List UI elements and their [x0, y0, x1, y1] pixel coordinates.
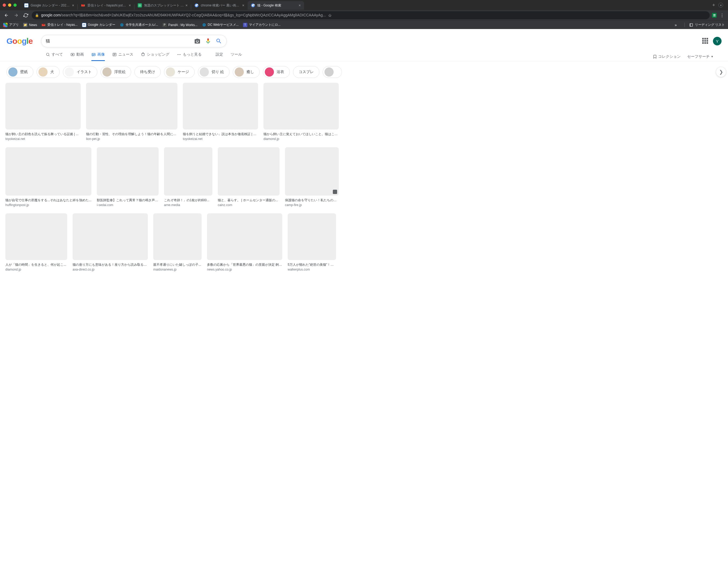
address-bar[interactable]: 🔒 google.com/search?q=猫&tbm=isch&ved=2ah… [32, 11, 710, 19]
result-title: これぞ奇跡！」の1枚が約600... [164, 198, 212, 203]
window-close-button[interactable] [3, 3, 6, 7]
search-bar[interactable] [41, 35, 227, 47]
result-thumbnail [5, 83, 81, 130]
reload-button[interactable] [22, 12, 30, 19]
chip-label: ケージ [178, 70, 189, 74]
lock-icon: 🔒 [35, 13, 39, 17]
bookmark-star-icon[interactable]: ☆ [328, 13, 332, 18]
chips-next-button[interactable]: ❯ [716, 67, 726, 77]
browser-tab[interactable]: 26Google カレンダー - 2021年 3× [21, 1, 77, 10]
refinement-chip[interactable]: 切り 絵 [198, 66, 230, 78]
bookmark-item[interactable]: 🌐DC Webサービスメ... [202, 23, 239, 27]
google-logo[interactable]: Google [6, 37, 33, 46]
image-result[interactable]: 猫の座り方にも意味がある！座り方から読み取る猫... axa-direct.co… [73, 213, 148, 272]
image-result[interactable]: これぞ奇跡！」の1枚が約600... arne.media [164, 147, 212, 207]
chip-image [65, 67, 74, 77]
image-result[interactable]: 猫が飼い主の顔色を読んで振る舞っている証拠 | ... toyokeizai.n… [5, 83, 81, 141]
bookmark-item[interactable]: 26Google カレンダー [82, 23, 115, 27]
tab-title: 猫 - Google 検索 [257, 3, 297, 8]
browser-tab[interactable]: 受信トレイ - hayashi.yutaka.2× [78, 1, 134, 10]
refinement-chip[interactable]: コスプレ [293, 66, 319, 78]
chip-label: 壁紙 [20, 70, 28, 74]
back-button[interactable] [3, 12, 10, 19]
chip-label: 浴衣 [277, 70, 284, 74]
refinement-chip[interactable]: 浮世絵 [101, 66, 131, 78]
refinement-chip[interactable]: 浴衣 [263, 66, 290, 78]
image-result[interactable]: 猫が自宅で仕事の邪魔をする...それはあなたと絆を強めた... huffingt… [5, 147, 91, 207]
tab-close-icon[interactable]: × [129, 3, 131, 7]
tools-link[interactable]: ツール [231, 52, 242, 61]
tab-shopping[interactable]: ショッピング [141, 52, 169, 61]
bookmark-item[interactable]: Tマイアカウントにロ... [243, 23, 281, 27]
tab-close-icon[interactable]: × [299, 3, 301, 7]
tab-close-icon[interactable]: × [185, 3, 188, 7]
tab-all[interactable]: すべて [46, 52, 63, 61]
refinement-chip[interactable]: 壁紙 [6, 66, 33, 78]
chip-image [102, 67, 112, 77]
refinement-chip[interactable]: イラスト [63, 66, 97, 78]
image-result[interactable]: 獣医師監修】これって異常？猫の鳴き声で... i-sedai.com [97, 147, 159, 207]
image-result[interactable]: 5万人が惚れた"絶世の美猫"！壮... walkerplus.com [288, 213, 336, 272]
bookmark-item[interactable]: 📁News [23, 23, 37, 27]
browser-tab[interactable]: 猫 - Google 検索× [248, 1, 304, 10]
collections-link[interactable]: コレクション [653, 54, 681, 59]
reading-list-label: リーディング リスト [695, 23, 725, 27]
safesearch-link[interactable]: セーフサーチ ▼ [687, 54, 713, 59]
microphone-icon[interactable] [205, 38, 211, 44]
refinement-chip[interactable]: ケージ [164, 66, 195, 78]
image-result[interactable]: 保護猫の命を守りたい！私たちの活... camp-fire.jp [285, 147, 339, 207]
tab-title: chrome 検索バー 黒い画面 - G [201, 3, 241, 8]
result-thumbnail [86, 83, 177, 130]
search-input[interactable] [46, 39, 194, 44]
refinement-chip[interactable] [323, 66, 342, 78]
tab-overflow-button[interactable]: ▾ [718, 3, 723, 8]
refinement-chip[interactable]: 癒し [233, 66, 260, 78]
extension-button[interactable]: 豊 [712, 13, 717, 18]
window-maximize-button[interactable] [13, 3, 17, 7]
tab-news[interactable]: ニュース [112, 52, 133, 61]
avatar[interactable]: Y [713, 37, 722, 45]
image-result[interactable]: 猫から飼い主に覚えておいてほしいこと。猫はこん... diamond.jp [263, 83, 339, 141]
result-thumbnail [288, 213, 336, 260]
result-title: 保護猫の命を守りたい！私たちの活... [285, 198, 339, 203]
browser-tab[interactable]: 無題のスプレッドシート - Goog× [134, 1, 191, 10]
image-result[interactable]: 人が「猫の時間」を生きると、何が起こ... diamond.jp [5, 213, 67, 272]
result-source: cainz.com [218, 203, 280, 207]
forward-button[interactable] [12, 12, 20, 19]
bookmark-item[interactable]: 🌐全学生共通ポータル/... [120, 23, 158, 27]
new-tab-button[interactable]: + [709, 2, 718, 8]
browser-menu-button[interactable]: ⋮ [719, 13, 725, 18]
tab-favicon [251, 3, 255, 8]
bookmarks-overflow-button[interactable]: » [675, 23, 677, 27]
bookmark-item[interactable]: アプリ [3, 23, 19, 27]
tab-videos[interactable]: 動画 [70, 52, 84, 61]
google-apps-icon[interactable] [702, 38, 709, 44]
image-result[interactable]: 猫を飼うと結婚できない」説は本当か徹底検証 | ソ... toyokeizai.… [183, 83, 258, 141]
image-result[interactable]: 猫と、暮らす。 | ホームセンター通販の... cainz.com [218, 147, 280, 207]
bookmark-item[interactable]: 受信トレイ - hayas... [41, 23, 78, 27]
settings-link[interactable]: 設定 [216, 52, 223, 61]
result-thumbnail [97, 147, 159, 196]
camera-icon[interactable] [194, 38, 201, 44]
tab-images[interactable]: 画像 [91, 52, 105, 61]
image-result[interactable]: 親不孝通りにいた鍵しっぽの子... maidonanews.jp [153, 213, 202, 272]
bookmark-item[interactable]: PPandA : My Works... [162, 23, 197, 27]
chip-label: 浮世絵 [114, 70, 126, 74]
image-result[interactable]: 猫の行動・習性、その理由を理解しよう！猫の年齢を人間に換... lion-pet… [86, 83, 177, 141]
result-source: news.yahoo.co.jp [207, 268, 282, 272]
search-icon[interactable] [216, 38, 222, 44]
browser-tab[interactable]: chrome 検索バー 黒い画面 - G× [191, 1, 248, 10]
svg-point-13 [179, 54, 180, 55]
tab-more[interactable]: もっと見る [177, 52, 202, 61]
reading-list-button[interactable]: リーディング リスト [684, 23, 725, 27]
tab-close-icon[interactable]: × [242, 3, 244, 7]
image-result[interactable]: 多数の応募から「世界最悪の猫」の里親が決定 飼い... news.yahoo.c… [207, 213, 282, 272]
refinement-chip[interactable]: 待ち受け [134, 66, 161, 78]
bookmark-label: 全学生共通ポータル/... [126, 23, 158, 27]
result-title: 猫が飼い主の顔色を読んで振る舞っている証拠 | ... [5, 132, 81, 137]
result-source: toyokeizai.net [183, 137, 258, 141]
refinement-chip[interactable]: 犬 [37, 66, 60, 78]
tab-close-icon[interactable]: × [72, 3, 74, 7]
window-minimize-button[interactable] [8, 3, 11, 7]
tab-title: 受信トレイ - hayashi.yutaka.2 [87, 3, 127, 8]
